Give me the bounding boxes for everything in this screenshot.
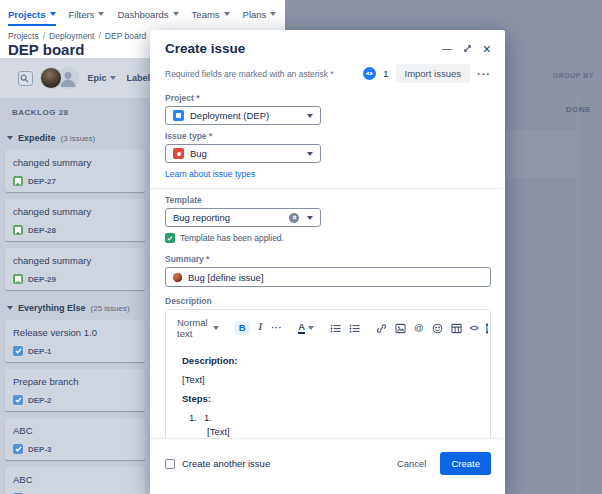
breadcrumb: Projects / Deployment / DEP board (8, 31, 146, 41)
card-title: changed summary (13, 206, 137, 217)
list-text: 1. (204, 412, 212, 423)
chevron-down-icon (307, 152, 313, 156)
swimlane-count: (3 issues) (61, 134, 96, 143)
info-panel-icon[interactable]: ! (486, 323, 489, 334)
chevron-down-icon (224, 12, 230, 16)
text-color-button[interactable]: A (298, 322, 314, 335)
modal-title: Create issue (165, 41, 245, 56)
checkbox[interactable] (165, 459, 175, 469)
card-key: DEP-27 (28, 177, 56, 186)
issue-card[interactable]: Release version 1.0 DEP-1 (5, 320, 145, 362)
more-formatting-icon[interactable]: ··· (271, 323, 282, 333)
list-marker: 1. (189, 412, 197, 423)
expand-icon[interactable] (463, 44, 472, 53)
section-divider (150, 188, 505, 189)
project-select-value: Deployment (DEP) (190, 110, 269, 121)
text-style-dropdown[interactable]: Normal text (177, 317, 219, 339)
modal-header: Create issue — × (150, 30, 505, 58)
chevron-down-icon (308, 326, 314, 330)
link-icon[interactable] (376, 323, 387, 334)
success-check-icon (165, 233, 175, 243)
image-icon[interactable] (395, 323, 406, 334)
project-avatar-icon (173, 110, 184, 121)
italic-button[interactable]: I (258, 323, 264, 333)
label-filter-dropdown[interactable]: Label (126, 73, 150, 83)
issue-card[interactable]: changed summary DEP-27 (5, 150, 145, 192)
more-actions-icon[interactable]: ··· (477, 68, 491, 80)
chevron-down-icon (307, 216, 313, 220)
template-applied-text: Template has been applied. (180, 233, 284, 243)
code-block-icon[interactable]: <> (470, 324, 478, 333)
breadcrumb-separator: / (98, 31, 100, 41)
done-column-header: DONE (566, 105, 591, 114)
nav-item-projects[interactable]: Projects (8, 9, 56, 20)
chevron-down-icon (270, 12, 276, 16)
bug-emoji-icon (173, 273, 182, 282)
project-select[interactable]: Deployment (DEP) (165, 106, 321, 125)
text-style-value: Normal text (177, 317, 208, 339)
issue-card[interactable]: ABC DEP-3 (5, 418, 145, 460)
chevron-down-icon (7, 136, 13, 140)
search-input[interactable] (18, 71, 33, 86)
nav-item-label: Dashboards (117, 9, 168, 20)
watchers-eye-icon[interactable] (363, 67, 376, 80)
card-title: ABC (13, 425, 137, 436)
column-divider (577, 96, 578, 494)
card-key: DEP-3 (28, 445, 52, 454)
chevron-down-icon (98, 12, 104, 16)
card-title: Prepare branch (13, 376, 137, 387)
breadcrumb-deployment[interactable]: Deployment (49, 31, 94, 41)
card-title: changed summary (13, 157, 137, 168)
cancel-button[interactable]: Cancel (397, 458, 427, 469)
table-icon[interactable] (451, 323, 462, 334)
template-select[interactable]: Bug reporting (165, 208, 321, 227)
card-key: DEP-2 (28, 396, 52, 405)
nav-item-label: Projects (8, 9, 46, 20)
breadcrumb-projects[interactable]: Projects (8, 31, 39, 41)
learn-about-issue-types-link[interactable]: Learn about issue types (165, 169, 255, 179)
nav-item-teams[interactable]: Teams (192, 9, 230, 20)
issue-card[interactable]: changed summary DEP-28 (5, 199, 145, 241)
description-field-label: Description (165, 296, 491, 306)
steps-list-continuation: [Text] (207, 426, 474, 437)
bold-button[interactable]: B (235, 321, 250, 335)
swimlane-everything-else[interactable]: Everything Else (25 issues) (5, 297, 145, 320)
story-icon (13, 176, 23, 186)
epic-filter-dropdown[interactable]: Epic (87, 73, 116, 83)
swimlane-expedite[interactable]: Expedite (3 issues) (5, 127, 145, 150)
clear-template-icon[interactable] (289, 213, 299, 223)
close-icon[interactable]: × (483, 42, 491, 56)
emoji-icon[interactable] (432, 323, 443, 334)
issue-card[interactable]: changed summary DEP-29 (5, 248, 145, 290)
steps-list-item: 1. 1. (189, 412, 474, 423)
card-key: DEP-28 (28, 226, 56, 235)
swimlane-title: Expedite (18, 133, 56, 143)
issue-type-select[interactable]: Bug (165, 144, 321, 163)
bullet-list-icon[interactable] (330, 323, 341, 334)
nav-item-filters[interactable]: Filters (69, 9, 105, 20)
required-fields-note: Required fields are marked with an aster… (165, 69, 334, 79)
issue-card[interactable]: ABC DEP-4 (5, 467, 145, 494)
text-color-glyph: A (298, 322, 305, 335)
issue-card[interactable]: Prepare branch DEP-2 (5, 369, 145, 411)
summary-input[interactable]: Bug [define issue] (165, 267, 491, 287)
nav-item-dashboards[interactable]: Dashboards (117, 9, 178, 20)
template-select-value: Bug reporting (173, 212, 230, 223)
nav-item-label: Plans (243, 9, 267, 20)
import-issues-button[interactable]: Import issues (396, 64, 471, 83)
modal-overlay-right: GROUP BY DONE (505, 0, 602, 494)
mention-icon[interactable]: @ (414, 323, 424, 333)
epic-filter-label: Epic (87, 73, 106, 83)
nav-item-plans[interactable]: Plans (243, 9, 277, 20)
chevron-down-icon (173, 12, 179, 16)
minimize-icon[interactable]: — (442, 44, 452, 54)
issue-type-field-label: Issue type * (165, 131, 491, 141)
card-title: ABC (13, 474, 137, 485)
create-button[interactable]: Create (440, 452, 491, 475)
chevron-down-icon (307, 114, 313, 118)
create-another-checkbox-row[interactable]: Create another issue (165, 458, 270, 469)
board-toolbar: Epic Label (0, 58, 150, 98)
story-icon (13, 274, 23, 284)
breadcrumb-dep-board[interactable]: DEP board (105, 31, 146, 41)
numbered-list-icon[interactable] (349, 323, 360, 334)
